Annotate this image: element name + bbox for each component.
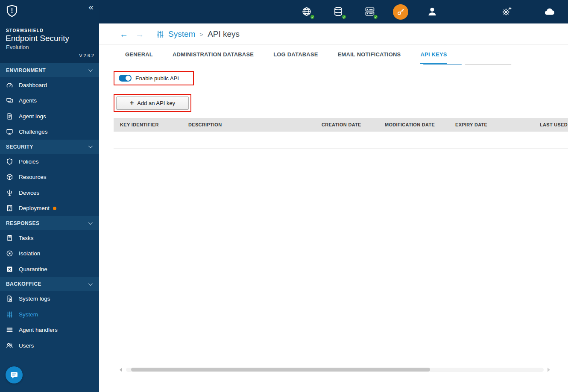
sidebar-item-label: Agent handlers [19,327,58,333]
column-description[interactable]: DESCRIPTION [188,122,222,127]
sidebar-item-policies[interactable]: Policies [0,154,99,170]
sidebar-item-label: Users [19,342,34,349]
green-check-badge: ✓ [310,14,315,20]
section-label: ENVIRONMENT [6,67,46,73]
table-header-row: KEY IDENTIFIER DESCRIPTION CREATION DATE… [114,118,568,132]
sidebar-item-users[interactable]: Users [0,338,99,354]
column-creation-date[interactable]: CREATION DATE [322,122,361,127]
sidebar-item-isolation[interactable]: Isolation [0,246,99,262]
breadcrumb-system-link[interactable]: System [168,29,195,39]
scrollbar-track [126,368,544,372]
sidebar-item-agent-handlers[interactable]: Agent handlers [0,322,99,338]
agents-icon [6,97,14,104]
brand-name: STORMSHIELD [6,28,44,33]
tab-api-keys[interactable]: API KEYS [420,45,447,64]
green-check-badge: ✓ [373,14,378,20]
back-arrow-button[interactable]: ← [120,29,128,39]
sidebar-item-resources[interactable]: Resources [0,170,99,185]
user-icon[interactable] [427,6,439,18]
challenges-icon [6,128,14,135]
chat-icon [9,370,19,380]
brand-product: Endpoint Security [6,34,69,43]
main-area: ✓ ✓ ✓ ← → System > [99,0,568,392]
forward-arrow-button[interactable]: → [135,29,144,39]
deployment-notification-dot [53,207,56,210]
settings-tabs: GENERAL ADMINISTRATION DATABASE LOG DATA… [99,45,568,64]
sidebar-item-system[interactable]: System [0,307,99,322]
agent-handlers-icon [6,326,14,333]
column-modification-date[interactable]: MODIFICATION DATE [385,122,435,127]
sidebar-collapse-button[interactable]: « [88,2,94,12]
scroll-left-arrow[interactable] [120,368,122,372]
sidebar-section-responses[interactable]: RESPONSES [0,216,99,230]
resources-icon [6,173,14,181]
globe-status-icon[interactable]: ✓ [301,6,313,18]
sidebar-item-agents[interactable]: Agents [0,93,99,109]
api-keys-table: KEY IDENTIFIER DESCRIPTION CREATION DATE… [114,118,568,149]
sidebar-item-label: Agents [19,97,37,104]
plus-icon: + [130,99,134,107]
scrollbar-thumb[interactable] [131,368,430,372]
policies-icon [6,158,14,165]
breadcrumb-separator: > [199,31,203,38]
breadcrumb-bar: ← → System > API keys You locked the "Pu… [99,23,568,45]
toggle-knob [126,76,131,81]
stormshield-logo-icon [5,3,19,19]
sidebar-item-agent-logs[interactable]: Agent logs [0,108,99,124]
sidebar-section-environment[interactable]: ENVIRONMENT [0,63,99,77]
users-icon [6,342,14,349]
sidebar-item-label: Resources [19,174,47,180]
sidebar-item-challenges[interactable]: Challenges [0,124,99,140]
system-logs-icon [6,295,14,302]
chevron-down-icon [88,67,93,72]
devices-icon [6,189,14,196]
add-key-annotation-box: + Add an API key [114,94,191,112]
section-label: RESPONSES [6,220,39,226]
horizontal-scrollbar [120,367,550,372]
server-status-icon[interactable]: ✓ [364,6,376,18]
database-status-icon[interactable]: ✓ [333,6,345,18]
cloud-icon[interactable] [544,6,556,18]
sidebar-section-security[interactable]: SECURITY [0,140,99,154]
sidebar-item-system-logs[interactable]: System logs [0,291,99,307]
enable-public-api-toggle[interactable] [119,75,132,82]
sidebar-item-deployment[interactable]: Deployment [0,201,99,216]
sidebar-item-label: Devices [19,190,39,196]
chevron-down-icon [88,144,93,148]
add-api-key-button[interactable]: + Add an API key [116,97,189,110]
section-label: SECURITY [6,144,33,150]
column-expiry-date[interactable]: EXPIRY DATE [455,122,487,127]
scroll-right-arrow[interactable] [548,368,550,372]
column-last-used[interactable]: LAST USED [540,122,568,127]
sidebar: « STORMSHIELD Endpoint Security Evolutio… [0,0,99,392]
user-key-status-icon[interactable] [393,4,408,20]
tab-general[interactable]: GENERAL [125,45,153,64]
sidebar-item-dashboard[interactable]: Dashboard [0,77,99,93]
page-title: API keys [208,29,240,39]
breadcrumb: ← → System > API keys [120,23,240,45]
tasks-icon [6,234,14,242]
quarantine-icon [6,266,14,273]
tab-administration-database[interactable]: ADMINISTRATION DATABASE [173,45,254,64]
sidebar-item-devices[interactable]: Devices [0,185,99,201]
isolation-icon [6,250,14,257]
tab-log-database[interactable]: LOG DATABASE [273,45,318,64]
sidebar-item-tasks[interactable]: Tasks [0,230,99,246]
sidebar-item-label: System [19,311,38,318]
tab-email-notifications[interactable]: EMAIL NOTIFICATIONS [338,45,401,64]
brand-edition: Evolution [6,44,29,50]
sidebar-item-label: Dashboard [19,82,47,88]
sidebar-item-label: Challenges [19,129,48,135]
topbar: ✓ ✓ ✓ [99,0,568,23]
sidebar-section-backoffice[interactable]: BACKOFFICE [0,277,99,291]
sidebar-item-label: Tasks [19,235,34,241]
sidebar-item-label: Deployment [19,205,50,211]
column-key-identifier[interactable]: KEY IDENTIFIER [120,122,159,127]
system-icon [156,30,164,38]
sidebar-item-quarantine[interactable]: Quarantine [0,261,99,277]
gear-config-icon[interactable] [501,6,513,18]
chat-support-button[interactable] [6,366,23,383]
deployment-icon [6,205,14,212]
chevron-down-icon [88,220,93,225]
section-label: BACKOFFICE [6,281,41,287]
